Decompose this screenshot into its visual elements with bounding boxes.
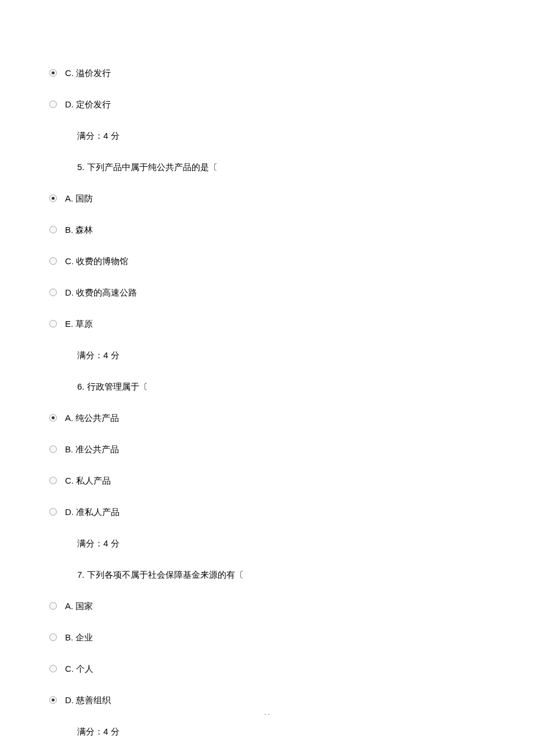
q7-option-a[interactable]: A. 国家 (49, 600, 485, 612)
q7-option-c[interactable]: C. 个人 (49, 663, 485, 675)
q4-score: 满分：4 分 (77, 129, 485, 142)
option-label: B. 森林 (65, 224, 93, 236)
radio-unselected-icon (49, 633, 57, 641)
q4-option-c[interactable]: C. 溢价发行 (49, 67, 485, 79)
option-label: C. 私人产品 (65, 474, 111, 487)
option-label: E. 草原 (65, 318, 93, 330)
q5-option-c[interactable]: C. 收费的博物馆 (49, 255, 485, 267)
svg-point-16 (50, 665, 57, 672)
option-label: D. 准私人产品 (65, 506, 120, 518)
svg-point-6 (50, 258, 57, 265)
q6-prompt: 6. 行政管理属于〔 (77, 380, 485, 393)
q7-option-d[interactable]: D. 慈善组织 (49, 694, 485, 706)
option-label: C. 个人 (65, 663, 93, 675)
q7-score: 满分：4 分 (77, 725, 485, 737)
radio-unselected-icon (49, 445, 57, 453)
radio-unselected-icon (49, 602, 57, 610)
q5-option-a[interactable]: A. 国防 (49, 192, 485, 204)
svg-point-14 (50, 603, 57, 610)
svg-point-11 (50, 446, 57, 453)
svg-point-7 (50, 289, 57, 296)
svg-point-2 (50, 101, 57, 108)
option-label: C. 收费的博物馆 (65, 255, 128, 267)
svg-point-8 (50, 321, 57, 327)
radio-unselected-icon (49, 100, 57, 108)
q6-score: 满分：4 分 (77, 537, 485, 549)
radio-unselected-icon (49, 320, 57, 327)
svg-point-1 (52, 71, 55, 74)
q5-prompt: 5. 下列产品中属于纯公共产品的是〔 (77, 161, 485, 173)
q6-option-a[interactable]: A. 纯公共产品 (49, 412, 485, 424)
q4-option-d[interactable]: D. 定价发行 (49, 98, 485, 110)
svg-point-5 (50, 226, 57, 233)
svg-point-13 (50, 509, 57, 516)
q5-option-b[interactable]: B. 森林 (49, 224, 485, 236)
q5-score: 满分：4 分 (77, 349, 485, 361)
svg-point-15 (50, 634, 57, 641)
radio-unselected-icon (49, 665, 57, 672)
radio-selected-icon (49, 69, 57, 77)
svg-point-18 (52, 699, 55, 701)
radio-unselected-icon (49, 508, 57, 516)
option-label: D. 定价发行 (65, 98, 111, 110)
radio-unselected-icon (49, 226, 57, 233)
option-label: B. 准公共产品 (65, 443, 119, 455)
option-label: C. 溢价发行 (65, 67, 111, 79)
option-label: D. 慈善组织 (65, 694, 111, 706)
radio-selected-icon (49, 414, 57, 422)
option-label: D. 收费的高速公路 (65, 286, 137, 298)
q6-option-d[interactable]: D. 准私人产品 (49, 506, 485, 518)
q6-option-c[interactable]: C. 私人产品 (49, 474, 485, 487)
svg-point-12 (50, 477, 57, 484)
option-label: A. 纯公共产品 (65, 412, 119, 424)
q5-option-e[interactable]: E. 草原 (49, 318, 485, 330)
svg-point-10 (52, 416, 55, 419)
page-footer: . . (0, 709, 534, 716)
q5-option-d[interactable]: D. 收费的高速公路 (49, 286, 485, 298)
option-label: A. 国家 (65, 600, 93, 612)
svg-point-4 (52, 197, 55, 200)
radio-selected-icon (49, 696, 57, 704)
option-label: A. 国防 (65, 192, 93, 204)
option-label: B. 企业 (65, 631, 93, 643)
radio-unselected-icon (49, 257, 57, 265)
radio-unselected-icon (49, 289, 57, 296)
radio-unselected-icon (49, 477, 57, 484)
radio-selected-icon (49, 195, 57, 202)
q7-option-b[interactable]: B. 企业 (49, 631, 485, 643)
q6-option-b[interactable]: B. 准公共产品 (49, 443, 485, 455)
q7-prompt: 7. 下列各项不属于社会保障基金来源的有〔 (77, 568, 485, 581)
